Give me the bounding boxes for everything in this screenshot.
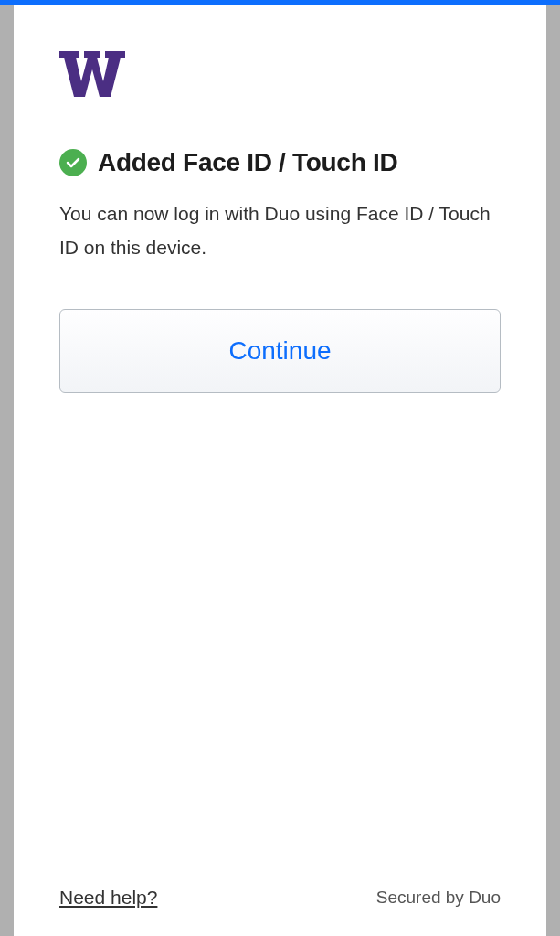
secured-by-text: Secured by Duo	[376, 888, 501, 908]
continue-button[interactable]: Continue	[59, 309, 501, 393]
main-panel: Added Face ID / Touch ID You can now log…	[14, 5, 546, 936]
uw-logo	[59, 51, 501, 101]
title-row: Added Face ID / Touch ID	[59, 148, 501, 177]
success-check-icon	[59, 149, 87, 176]
need-help-link[interactable]: Need help?	[59, 887, 157, 909]
description-text: You can now log in with Duo using Face I…	[59, 197, 501, 265]
footer: Need help? Secured by Duo	[59, 887, 501, 909]
page-title: Added Face ID / Touch ID	[98, 148, 397, 177]
